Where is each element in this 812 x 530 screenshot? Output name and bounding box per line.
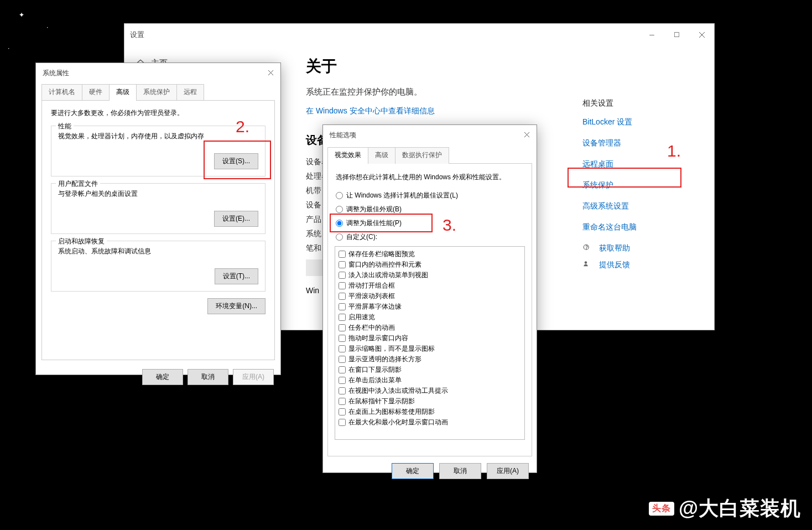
perf-apply-button[interactable]: 应用(A) xyxy=(487,463,529,479)
effect-checkbox[interactable]: 平滑屏幕字体边缘 xyxy=(339,302,521,312)
profiles-group: 用户配置文件 与登录帐户相关的桌面设置 设置(E)... xyxy=(51,183,266,234)
sysprops-tabs: 计算机名 硬件 高级 系统保护 远程 xyxy=(36,84,280,100)
cancel-button[interactable]: 取消 xyxy=(188,369,228,385)
watermark-author: @大白菜装机 xyxy=(679,495,801,522)
effect-checkbox[interactable]: 保存任务栏缩略图预览 xyxy=(339,249,521,259)
settings-title: 设置 xyxy=(124,30,144,40)
tab-remote[interactable]: 远程 xyxy=(176,84,204,101)
effect-checkbox[interactable]: 任务栏中的动画 xyxy=(339,323,521,333)
tab-visual-effects[interactable]: 视觉效果 xyxy=(327,147,368,164)
effect-checkbox[interactable]: 滑动打开组合框 xyxy=(339,280,521,291)
perf-cancel-button[interactable]: 取消 xyxy=(439,463,481,479)
apply-button[interactable]: 应用(A) xyxy=(233,369,274,385)
link-device-manager[interactable]: 设备管理器 xyxy=(582,138,699,148)
anno-num-1: 1. xyxy=(667,142,681,160)
perf-desc: 视觉效果，处理器计划，内存使用，以及虚拟内存 xyxy=(58,132,258,141)
anno-num-2: 2. xyxy=(236,117,249,136)
feedback-icon xyxy=(582,260,592,270)
tab-system-protection[interactable]: 系统保护 xyxy=(136,84,177,101)
ok-button[interactable]: 确定 xyxy=(142,369,183,385)
tab-advanced[interactable]: 高级 xyxy=(109,84,137,101)
performance-group: 性能 视觉效果，处理器计划，内存使用，以及虚拟内存 设置(S)... xyxy=(51,126,266,176)
tab-hardware[interactable]: 硬件 xyxy=(82,84,110,101)
startup-legend: 启动和故障恢复 xyxy=(56,237,107,246)
effects-checklist[interactable]: 保存任务栏缩略图预览窗口内的动画控件和元素淡入淡出或滑动菜单到视图滑动打开组合框… xyxy=(335,246,525,440)
watermark: 头条 @大白菜装机 xyxy=(649,495,801,522)
performance-options-dialog: 性能选项 视觉效果 高级 数据执行保护 选择你想在此计算机上使用的 Window… xyxy=(322,124,537,473)
perf-legend: 性能 xyxy=(56,122,74,131)
watermark-badge: 头条 xyxy=(649,502,674,516)
security-center-link[interactable]: 在 Windows 安全中心中查看详细信息 xyxy=(306,106,560,116)
link-bitlocker[interactable]: BitLocker 设置 xyxy=(582,117,699,127)
get-help-link[interactable]: 获取帮助 xyxy=(582,243,699,253)
sysprops-title: 系统属性 xyxy=(43,69,69,78)
close-icon[interactable] xyxy=(268,70,274,77)
effect-checkbox[interactable]: 窗口内的动画控件和元素 xyxy=(339,259,521,270)
close-button[interactable] xyxy=(689,27,714,43)
question-icon xyxy=(582,243,592,253)
tab-advanced-perf[interactable]: 高级 xyxy=(368,147,395,164)
radio-best-performance[interactable]: 调整为最佳性能(P) xyxy=(336,219,525,228)
admin-note: 要进行大多数更改，你必须作为管理员登录。 xyxy=(51,108,266,118)
effect-checkbox[interactable]: 显示亚透明的选择长方形 xyxy=(339,354,521,365)
tab-dep[interactable]: 数据执行保护 xyxy=(395,147,449,164)
anno-num-3: 3. xyxy=(443,216,456,235)
effect-checkbox[interactable]: 在最大化和最小化时显示窗口动画 xyxy=(339,417,521,428)
perf-title: 性能选项 xyxy=(330,131,356,140)
startup-group: 启动和故障恢复 系统启动、系统故障和调试信息 设置(T)... xyxy=(51,241,266,292)
link-rename-pc[interactable]: 重命名这台电脑 xyxy=(582,222,699,232)
link-remote-desktop[interactable]: 远程桌面 xyxy=(582,159,699,169)
system-properties-dialog: 系统属性 计算机名 硬件 高级 系统保护 远程 要进行大多数更改，你必须作为管理… xyxy=(35,63,281,375)
perf-tabs: 视觉效果 高级 数据执行保护 xyxy=(323,146,537,163)
perf-settings-button[interactable]: 设置(S)... xyxy=(214,153,258,169)
profile-desc: 与登录帐户相关的桌面设置 xyxy=(58,189,258,199)
sysprops-titlebar: 系统属性 xyxy=(36,63,280,84)
related-settings: 相关设置 BitLocker 设置 设备管理器 远程桌面 系统保护 高级系统设置… xyxy=(582,98,699,270)
svg-point-3 xyxy=(586,248,587,249)
tab-computer-name[interactable]: 计算机名 xyxy=(41,84,82,101)
effect-checkbox[interactable]: 平滑滚动列表框 xyxy=(339,291,521,302)
effect-checkbox[interactable]: 在视图中淡入淡出或滑动工具提示 xyxy=(339,386,521,396)
monitoring-text: 系统正在监控并保护你的电脑。 xyxy=(306,87,560,97)
minimize-button[interactable]: ─ xyxy=(639,27,664,43)
settings-titlebar: 设置 ─ ☐ xyxy=(124,24,714,46)
perf-instruction: 选择你想在此计算机上使用的 Windows 外观和性能设置。 xyxy=(336,173,525,182)
effect-checkbox[interactable]: 启用速览 xyxy=(339,312,521,323)
profile-legend: 用户配置文件 xyxy=(56,179,100,189)
startup-settings-button[interactable]: 设置(T)... xyxy=(215,268,258,284)
effect-checkbox[interactable]: 在单击后淡出菜单 xyxy=(339,375,521,386)
feedback-link[interactable]: 提供反馈 xyxy=(582,260,699,270)
effect-checkbox[interactable]: 显示缩略图，而不是显示图标 xyxy=(339,344,521,354)
effect-checkbox[interactable]: 在窗口下显示阴影 xyxy=(339,365,521,375)
link-advanced-system[interactable]: 高级系统设置 xyxy=(582,201,699,211)
svg-point-4 xyxy=(585,261,587,264)
effect-checkbox[interactable]: 淡入淡出或滑动菜单到视图 xyxy=(339,270,521,280)
about-heading: 关于 xyxy=(306,56,560,77)
radio-best-appearance[interactable]: 调整为最佳外观(B) xyxy=(336,205,525,214)
profile-settings-button[interactable]: 设置(E)... xyxy=(214,211,258,227)
radio-let-windows[interactable]: 让 Windows 选择计算机的最佳设置(L) xyxy=(336,191,525,200)
related-heading: 相关设置 xyxy=(582,98,699,108)
close-icon[interactable] xyxy=(524,132,530,139)
effect-checkbox[interactable]: 在桌面上为图标标签使用阴影 xyxy=(339,407,521,417)
effect-checkbox[interactable]: 拖动时显示窗口内容 xyxy=(339,333,521,344)
maximize-button[interactable]: ☐ xyxy=(664,27,689,43)
effect-checkbox[interactable]: 在鼠标指针下显示阴影 xyxy=(339,396,521,407)
radio-custom[interactable]: 自定义(C): xyxy=(336,232,525,242)
perf-ok-button[interactable]: 确定 xyxy=(392,463,434,479)
link-system-protection[interactable]: 系统保护 xyxy=(582,180,699,190)
perf-titlebar: 性能选项 xyxy=(323,125,537,146)
envvars-button[interactable]: 环境变量(N)... xyxy=(207,298,266,314)
startup-desc: 系统启动、系统故障和调试信息 xyxy=(58,247,258,256)
